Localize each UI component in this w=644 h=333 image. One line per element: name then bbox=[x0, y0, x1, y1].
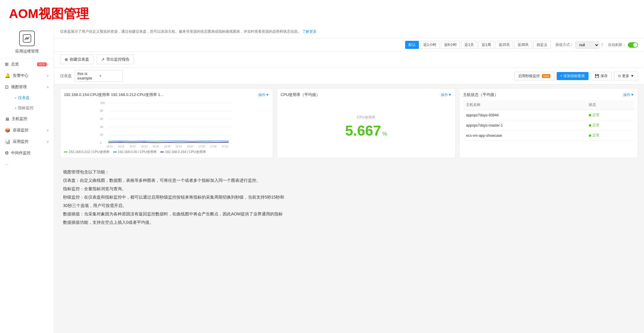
chart3-title: 主机状态（平均值） bbox=[463, 92, 498, 98]
time-btn-1d[interactable]: 近1天 bbox=[461, 41, 477, 49]
sidebar-item-dashboard[interactable]: 仪表盘 bbox=[9, 93, 54, 103]
sidebar-item-app-monitor[interactable]: 📊 应用监控 ∨ bbox=[0, 136, 54, 147]
svg-text:17:03: 17:03 bbox=[199, 145, 205, 148]
export-report-button[interactable]: ↗ 导出监控报告 bbox=[97, 55, 134, 64]
table-cell-status: 正常 bbox=[586, 110, 634, 120]
time-btn-6h[interactable]: 近6小时 bbox=[441, 41, 460, 49]
add-metric-chart-button[interactable]: + 添加指标图表 bbox=[557, 72, 588, 80]
sidebar-item-container-monitor[interactable]: 📦 容器监控 ∨ bbox=[0, 124, 54, 136]
chart-card-2: CPU使用率（平均值） 操作▼ CPU使用率 5.667 % bbox=[277, 88, 456, 158]
interpolation-label: 插值方式： bbox=[555, 42, 573, 47]
auto-refresh-label: 自动刷新： bbox=[608, 42, 626, 47]
new-badge: NEW bbox=[37, 62, 47, 66]
dashboard-label: 仪表盘 bbox=[60, 73, 72, 79]
description-text: 视图管理包含以下功能：仪表盘：自定义曲线图，数据图，表格等多种图表，可将任意一个… bbox=[63, 168, 635, 226]
page-title: AOM视图管理 bbox=[0, 0, 644, 25]
sidebar-bottom: ... bbox=[0, 159, 54, 169]
chart3-action[interactable]: 操作▼ bbox=[623, 92, 634, 98]
status-ok-dot bbox=[589, 114, 591, 116]
topbar-description: 仪表盘展示了用户自定义预览的资源，通过创建仪表盘，您可以添加主机、服务等资源的状… bbox=[60, 29, 638, 34]
gauge-unit: % bbox=[382, 131, 387, 137]
create-dashboard-button[interactable]: ⊕ 创建仪表盘 bbox=[60, 55, 94, 64]
time-btn-custom[interactable]: 自定义 bbox=[533, 41, 551, 49]
sidebar-item-alert[interactable]: 🔔 告警中心 ∨ bbox=[0, 70, 54, 81]
table-row: appops7days-93944 正常 bbox=[463, 110, 634, 120]
description-line: 数据插值：当采集对象因为各种原因没有返回监控数据时，在曲线图中将会产生断点，因此… bbox=[63, 210, 635, 218]
sidebar-app-label: 应用监控 bbox=[13, 139, 47, 144]
gauge-value: 5.667 bbox=[345, 122, 381, 139]
sidebar-item-overview[interactable]: ⊞ 总览 NEW ∨ bbox=[0, 58, 54, 70]
legend-color-1 bbox=[64, 152, 68, 152]
chart2-action[interactable]: 操作▼ bbox=[441, 92, 452, 98]
enable-second-monitor-button[interactable]: 启用秒级监控 beta bbox=[514, 72, 554, 80]
status-ok-dot bbox=[589, 124, 591, 127]
time-btn-30d[interactable]: 近30天 bbox=[514, 41, 532, 49]
sidebar-item-view-mgmt[interactable]: ⊡ 视图管理 ∧ bbox=[0, 81, 54, 93]
svg-text:16:45: 16:45 bbox=[164, 145, 170, 148]
chevron-down-icon-more: ▼ bbox=[630, 74, 634, 78]
sidebar-item-metric-monitor[interactable]: 指标监控 bbox=[9, 103, 54, 113]
chart1-header: 192.168.0.154:CPU使用率 192.168.0.212:CPU使用… bbox=[64, 92, 269, 98]
description-line: 仪表盘：自定义曲线图，数据图，表格等多种图表，可将任意一个或者多个指标加入同一个… bbox=[63, 176, 635, 184]
time-btn-default[interactable]: 默认 bbox=[405, 41, 419, 49]
svg-text:80: 80 bbox=[100, 109, 103, 112]
sidebar: 应用运维管理 ⊞ 总览 NEW ∨ 🔔 告警中心 ∨ ⊡ 视图管理 ∧ 仪表盘 … bbox=[0, 25, 54, 333]
chevron-down-icon-container: ∨ bbox=[47, 128, 49, 132]
chevron-down-icon-app: ∨ bbox=[47, 140, 49, 144]
help-icon[interactable]: ? bbox=[601, 43, 603, 47]
table-cell-host: appops7days-master-1 bbox=[463, 120, 586, 130]
more-button[interactable]: ⊙ 更多 ▼ bbox=[614, 72, 638, 80]
chart1-action[interactable]: 操作▼ bbox=[258, 92, 269, 98]
table-cell-status: 正常 bbox=[586, 130, 634, 141]
charts-area: 192.168.0.154:CPU使用率 192.168.0.212:CPU使用… bbox=[54, 85, 644, 162]
dropdown-arrow-icon: ▼ bbox=[99, 74, 120, 78]
table-cell-status: 正常 bbox=[586, 120, 634, 130]
sidebar-item-middleware-monitor[interactable]: ⚙ 中间件监控 bbox=[0, 147, 54, 159]
chart3-header: 主机状态（平均值） 操作▼ bbox=[463, 92, 634, 98]
svg-text:16:33: 16:33 bbox=[141, 145, 148, 148]
time-btn-1w[interactable]: 近1周 bbox=[478, 41, 494, 49]
svg-text:40: 40 bbox=[100, 125, 103, 128]
status-ok-dot bbox=[589, 134, 591, 137]
legend-label-3: 192.168.0.154 | CPU使用率 bbox=[165, 150, 206, 154]
svg-text:17:09: 17:09 bbox=[210, 145, 217, 148]
sidebar-logo: 应用运维管理 bbox=[0, 25, 54, 58]
dashboard-current-value: this is example bbox=[77, 71, 99, 80]
learn-more-link[interactable]: 了解更多 bbox=[302, 29, 317, 34]
main-content: 仪表盘展示了用户自定义预览的资源，通过创建仪表盘，您可以添加主机、服务等资源的状… bbox=[54, 25, 644, 333]
table-cell-host: appops7days-93944 bbox=[463, 110, 586, 120]
svg-text:16:15: 16:15 bbox=[106, 145, 113, 148]
description-area: 视图管理包含以下功能：仪表盘：自定义曲线图，数据图，表格等多种图表，可将任意一个… bbox=[54, 162, 644, 236]
legend-label-1: 192.168.0.212 | CPU使用率 bbox=[69, 150, 110, 154]
interpolation-select[interactable]: null bbox=[575, 41, 599, 49]
alert-icon: 🔔 bbox=[5, 73, 11, 78]
svg-text:0: 0 bbox=[100, 141, 101, 144]
description-line: 数据插值功能，支持在空点上插入0或者平均值。 bbox=[63, 218, 635, 226]
save-button[interactable]: 💾 保存 bbox=[591, 72, 612, 80]
legend-item-3: 192.168.0.154 | CPU使用率 bbox=[160, 150, 206, 154]
action-bar: ⊕ 创建仪表盘 ↗ 导出监控报告 bbox=[54, 52, 644, 68]
table-row: appops7days-master-1 正常 bbox=[463, 120, 634, 130]
dashboard-selector[interactable]: this is example ▼ bbox=[75, 70, 123, 82]
app-icon: 📊 bbox=[5, 139, 11, 144]
create-icon: ⊕ bbox=[65, 57, 68, 62]
chart1-legend: 192.168.0.212 | CPU使用率 192.168.0.35 | CP… bbox=[64, 150, 269, 154]
sidebar-logo-text: 应用运维管理 bbox=[15, 49, 39, 54]
host-icon: 🖥 bbox=[5, 116, 9, 122]
time-btn-15d[interactable]: 近15天 bbox=[495, 41, 513, 49]
time-btn-1h[interactable]: 近1小时 bbox=[420, 41, 440, 49]
middleware-icon: ⚙ bbox=[5, 150, 9, 156]
auto-refresh-toggle[interactable] bbox=[628, 42, 638, 48]
legend-color-3 bbox=[160, 152, 164, 152]
sidebar-middleware-label: 中间件监控 bbox=[11, 150, 49, 156]
table-cell-host: ecs-vm-app-showcase bbox=[463, 130, 586, 141]
svg-text:16:21: 16:21 bbox=[118, 145, 125, 148]
svg-text:100: 100 bbox=[100, 101, 105, 104]
logo-icon bbox=[19, 31, 35, 46]
sidebar-container-label: 容器监控 bbox=[13, 128, 47, 133]
sidebar-view-mgmt-label: 视图管理 bbox=[11, 84, 47, 90]
overview-icon: ⊞ bbox=[5, 62, 9, 67]
svg-text:16:51: 16:51 bbox=[176, 145, 182, 148]
sidebar-item-host-monitor[interactable]: 🖥 主机监控 bbox=[0, 113, 54, 124]
status-table: 主机名称 状态 appops7days-93944 正常 appops7days… bbox=[463, 100, 634, 141]
